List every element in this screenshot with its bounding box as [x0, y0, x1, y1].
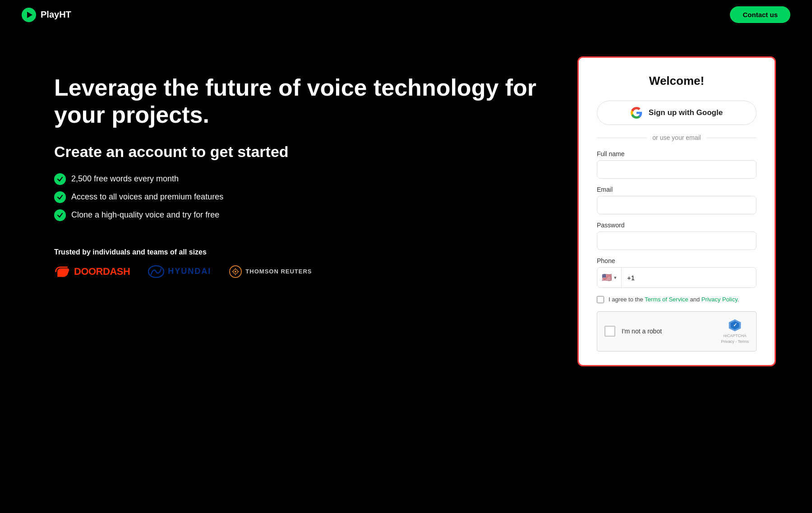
password-input[interactable]	[597, 231, 757, 250]
tr-text: THOMSON REUTERS	[245, 268, 312, 275]
tos-link[interactable]: Terms of Service	[645, 296, 688, 303]
email-field-group: Email	[597, 186, 757, 214]
recaptcha-widget: I'm not a robot ✓ reCAPTCHA Privacy - Te…	[597, 311, 757, 351]
flag-emoji: 🇺🇸	[602, 273, 612, 282]
tr-icon	[229, 265, 242, 278]
logo-text: PlayHT	[41, 9, 71, 20]
brand-hyundai: HYUNDAI	[148, 265, 211, 278]
navbar: PlayHT Contact us	[0, 0, 812, 29]
headline: Leverage the future of voice technology …	[54, 74, 550, 129]
phone-country-selector[interactable]: 🇺🇸 ▾	[597, 268, 622, 287]
recaptcha-logo-icon: ✓	[728, 318, 742, 333]
agree-text: I agree to the Terms of Service and Priv…	[609, 295, 739, 304]
recaptcha-label: I'm not a robot	[622, 328, 662, 335]
fullname-input[interactable]	[597, 160, 757, 179]
phone-field-group: Phone 🇺🇸 ▾	[597, 257, 757, 288]
check-icon	[54, 209, 66, 221]
check-icon	[54, 173, 66, 185]
brand-doordash: DOORDASH	[54, 266, 130, 277]
logo-icon	[22, 8, 36, 22]
trusted-label: Trusted by individuals and teams of all …	[54, 248, 550, 256]
list-item: 2,500 free words every month	[54, 173, 550, 185]
svg-point-2	[235, 271, 236, 273]
list-item: Clone a high-quality voice and try for f…	[54, 209, 550, 221]
recaptcha-checkbox[interactable]	[604, 326, 615, 337]
phone-label: Phone	[597, 257, 757, 264]
divider-line-right	[706, 138, 757, 138]
divider-text: or use your email	[652, 134, 701, 141]
divider-line-left	[597, 138, 647, 138]
agree-checkbox[interactable]	[597, 296, 604, 303]
welcome-title: Welcome!	[597, 74, 757, 88]
hyundai-text: HYUNDAI	[168, 267, 211, 276]
brand-thomson-reuters: THOMSON REUTERS	[229, 265, 312, 278]
feature-list: 2,500 free words every month Access to a…	[54, 173, 550, 221]
google-signup-button[interactable]: Sign up with Google	[597, 101, 757, 125]
doordash-text: DOORDASH	[74, 266, 130, 277]
google-btn-label: Sign up with Google	[649, 108, 723, 117]
password-label: Password	[597, 222, 757, 229]
recaptcha-sub: Privacy - Terms	[721, 339, 749, 345]
left-panel: Leverage the future of voice technology …	[54, 56, 577, 278]
logo[interactable]: PlayHT	[22, 8, 71, 22]
list-item: Access to all voices and premium feature…	[54, 191, 550, 203]
privacy-link[interactable]: Privacy Policy	[701, 296, 738, 303]
contact-button[interactable]: Contact us	[730, 6, 790, 23]
fullname-field-group: Full name	[597, 150, 757, 179]
divider: or use your email	[597, 134, 757, 141]
feature-text: Clone a high-quality voice and try for f…	[71, 210, 219, 220]
recaptcha-right: ✓ reCAPTCHA Privacy - Terms	[721, 318, 749, 345]
chevron-down-icon: ▾	[614, 275, 617, 281]
recaptcha-left: I'm not a robot	[604, 326, 662, 337]
email-input[interactable]	[597, 196, 757, 214]
email-label: Email	[597, 186, 757, 193]
signup-form-card: Welcome! Sign up with Google or use your…	[577, 56, 776, 366]
brand-logos: DOORDASH HYUNDAI	[54, 265, 550, 278]
feature-text: 2,500 free words every month	[71, 174, 179, 184]
sub-headline: Create an account to get started	[54, 143, 550, 161]
feature-text: Access to all voices and premium feature…	[71, 192, 223, 202]
main-content: Leverage the future of voice technology …	[0, 29, 812, 513]
agree-row: I agree to the Terms of Service and Priv…	[597, 295, 757, 304]
phone-row: 🇺🇸 ▾	[597, 267, 757, 288]
google-icon	[631, 107, 642, 119]
phone-input[interactable]	[622, 269, 756, 287]
password-field-group: Password	[597, 222, 757, 250]
recaptcha-brand: reCAPTCHA	[724, 333, 747, 339]
fullname-label: Full name	[597, 150, 757, 157]
svg-text:✓: ✓	[733, 322, 737, 327]
check-icon	[54, 191, 66, 203]
